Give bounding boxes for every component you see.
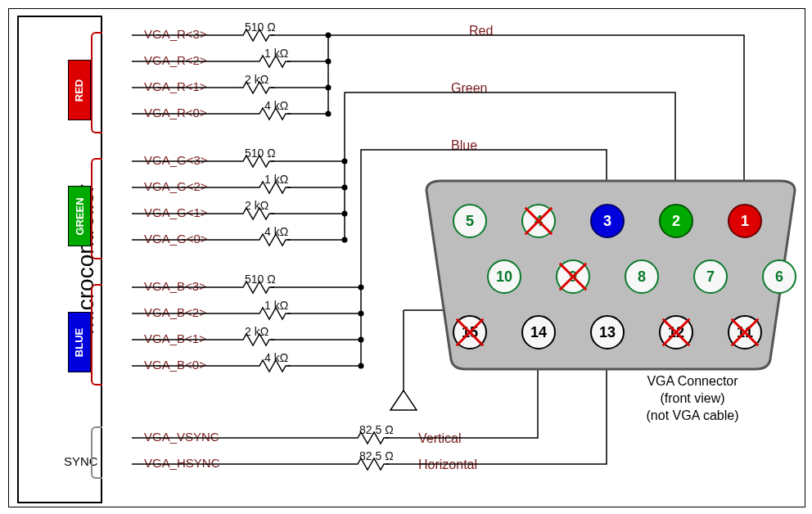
badge-red: RED xyxy=(68,60,91,120)
pin-7: 7 xyxy=(693,259,728,294)
svg-point-38 xyxy=(359,363,364,369)
pin-13: 13 xyxy=(590,315,625,349)
pin-3: 3 xyxy=(590,204,625,238)
res-g2: 1 kΩ xyxy=(264,173,288,186)
res-vs: 82.5 Ω xyxy=(359,423,394,436)
vga-dac-diagram: microcontroller RED GREEN BLUE SYNC VGA_… xyxy=(8,8,805,507)
pin-15: 15 xyxy=(453,315,487,349)
bracket-blue xyxy=(91,284,102,386)
sig-g1: VGA_G<1> xyxy=(144,205,208,219)
svg-point-35 xyxy=(359,285,364,291)
sig-r1: VGA_R<1> xyxy=(144,79,207,93)
svg-point-25 xyxy=(342,237,348,243)
pin-6: 6 xyxy=(762,259,796,294)
res-g1: 2 kΩ xyxy=(245,199,268,212)
res-r2: 1 kΩ xyxy=(264,47,288,60)
res-r3: 510 Ω xyxy=(245,20,276,34)
sig-g2: VGA_G<2> xyxy=(144,179,208,193)
microcontroller-block: microcontroller RED GREEN BLUE SYNC xyxy=(17,16,102,503)
svg-point-12 xyxy=(326,111,332,117)
svg-point-24 xyxy=(342,211,348,217)
badge-green: GREEN xyxy=(68,186,91,246)
sig-b1: VGA_B<1> xyxy=(144,331,206,345)
pin-4: 4 xyxy=(521,204,556,238)
pin-8: 8 xyxy=(625,259,659,294)
svg-point-9 xyxy=(326,33,332,38)
sig-b2: VGA_B<2> xyxy=(144,305,206,319)
res-b0: 4 kΩ xyxy=(264,351,288,364)
bracket-green xyxy=(91,158,102,259)
svg-point-23 xyxy=(342,185,348,191)
svg-point-22 xyxy=(342,159,348,165)
pin-10: 10 xyxy=(487,259,521,294)
line-vert: Vertical xyxy=(418,431,461,446)
res-b3: 510 Ω xyxy=(245,273,276,286)
sig-r0: VGA_R<0> xyxy=(144,106,207,119)
sig-hs: VGA_HSYNC xyxy=(144,456,220,470)
badge-blue: BLUE xyxy=(68,312,91,372)
pin-2: 2 xyxy=(659,204,693,238)
pin-12: 12 xyxy=(659,315,693,349)
sig-b0: VGA_B<0> xyxy=(144,358,206,372)
res-g0: 4 kΩ xyxy=(264,225,288,238)
res-b2: 1 kΩ xyxy=(264,299,288,312)
res-b1: 2 kΩ xyxy=(245,325,268,338)
res-g3: 510 Ω xyxy=(245,147,276,160)
pin-1: 1 xyxy=(728,204,762,238)
svg-point-10 xyxy=(326,59,332,65)
res-r1: 2 kΩ xyxy=(245,73,268,86)
sig-vs: VGA_VSYNC xyxy=(144,430,219,444)
line-red: Red xyxy=(469,24,493,38)
svg-point-37 xyxy=(359,337,364,343)
svg-point-11 xyxy=(326,85,332,91)
pin-5: 5 xyxy=(453,204,487,238)
line-horiz: Horizontal xyxy=(418,458,477,472)
sig-b3: VGA_B<3> xyxy=(144,279,206,293)
pin-9: 9 xyxy=(556,259,590,294)
res-hs: 82.5 Ω xyxy=(359,449,394,462)
svg-point-36 xyxy=(359,311,364,317)
line-green: Green xyxy=(451,81,487,96)
vga-caption: VGA Connector (front view) (not VGA cabl… xyxy=(615,373,770,424)
pin-11: 11 xyxy=(728,315,762,349)
bracket-red xyxy=(91,32,102,133)
vga-connector: 5 4 3 2 1 10 9 8 7 6 15 14 13 12 11 xyxy=(417,181,795,369)
line-blue: Blue xyxy=(451,138,477,153)
sig-r3: VGA_R<3> xyxy=(144,27,207,41)
vga-cap-2: (front view) xyxy=(615,390,770,408)
bracket-sync xyxy=(91,426,102,479)
sig-r2: VGA_R<2> xyxy=(144,53,207,67)
sig-g0: VGA_G<0> xyxy=(144,232,208,246)
sig-g3: VGA_G<3> xyxy=(144,153,208,167)
pin-14: 14 xyxy=(521,315,556,349)
vga-cap-1: VGA Connector xyxy=(615,373,770,390)
vga-cap-3: (not VGA cable) xyxy=(615,408,770,425)
res-r0: 4 kΩ xyxy=(264,99,288,112)
